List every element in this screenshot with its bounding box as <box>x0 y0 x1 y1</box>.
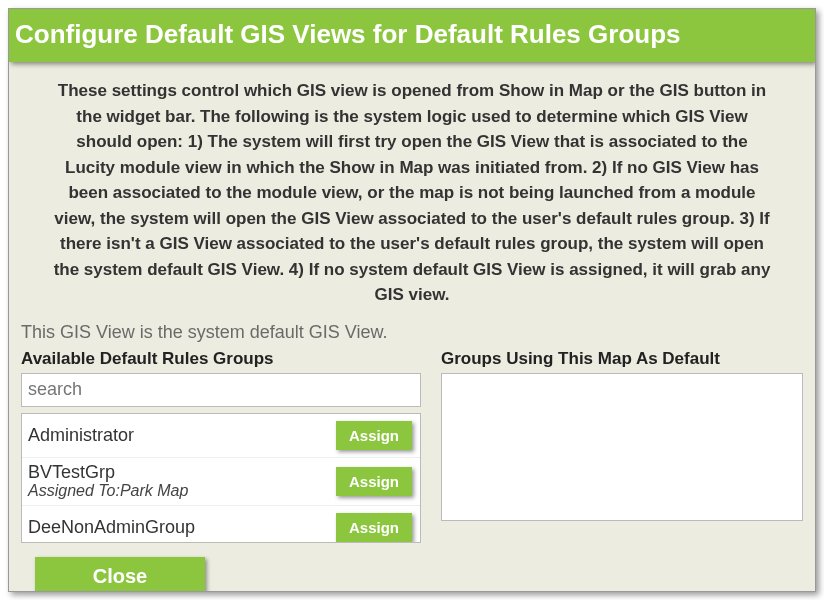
list-item: DeeNonAdminGroup Assign <box>22 506 420 543</box>
group-name: DeeNonAdminGroup <box>28 517 195 538</box>
assign-button[interactable]: Assign <box>336 467 412 496</box>
available-groups-heading: Available Default Rules Groups <box>21 349 421 369</box>
configure-gis-views-dialog: Configure Default GIS Views for Default … <box>8 8 816 592</box>
available-groups-column: Available Default Rules Groups Administr… <box>21 349 421 543</box>
group-name: BVTestGrp <box>28 462 188 483</box>
list-item: Administrator Assign <box>22 414 420 458</box>
list-item: BVTestGrp Assigned To:Park Map Assign <box>22 458 420 506</box>
groups-using-map-column: Groups Using This Map As Default <box>441 349 803 543</box>
assign-button[interactable]: Assign <box>336 513 412 542</box>
group-assigned-to: Assigned To:Park Map <box>28 482 188 500</box>
available-groups-list[interactable]: Administrator Assign BVTestGrp Assigned … <box>21 413 421 543</box>
search-input[interactable] <box>21 373 421 407</box>
columns-container: Available Default Rules Groups Administr… <box>9 349 815 543</box>
system-default-note: This GIS View is the system default GIS … <box>9 318 815 349</box>
dialog-description: These settings control which GIS view is… <box>9 62 815 318</box>
groups-using-map-list[interactable] <box>441 373 803 521</box>
groups-using-map-heading: Groups Using This Map As Default <box>441 349 803 369</box>
group-name: Administrator <box>28 425 134 446</box>
close-button[interactable]: Close <box>35 557 205 593</box>
dialog-title: Configure Default GIS Views for Default … <box>9 9 815 62</box>
assign-button[interactable]: Assign <box>336 421 412 450</box>
